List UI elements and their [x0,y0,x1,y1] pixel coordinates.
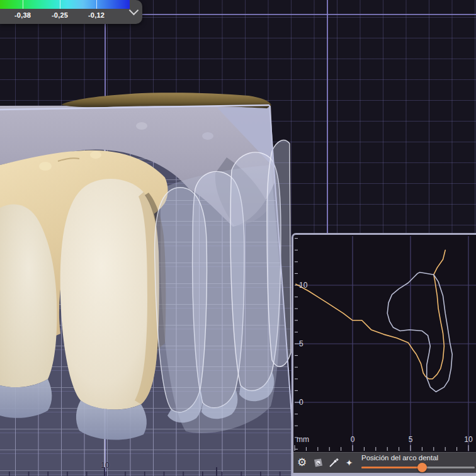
colorbar-tick [23,0,23,9]
chart-x-unit: mm [297,435,309,444]
gum-bump [202,132,213,140]
plane-ruler-ticks [0,470,291,476]
plane-view-icon[interactable] [310,455,325,470]
arch-position-slider[interactable] [361,467,475,468]
plane-ruler-major-tick [216,467,217,476]
app-window: 10 -0,38 -0,25 -0,12 05100510 mm ⚙ [0,0,476,476]
section-toolbar: ⚙ ✦ Posición del arco dent [293,452,476,473]
chevron-down-icon[interactable] [129,6,139,16]
plane-ruler-label: 10 [98,461,113,470]
gum-bump [39,162,52,171]
section-chart: 05100510 mm [293,235,476,452]
probe-glyph [328,458,339,468]
ghost-tooth [267,140,291,367]
colorbar-tick [96,0,97,9]
plane-view-glyph [312,458,324,468]
gum-bump [90,151,101,159]
move-glyph: ✦ [346,455,353,470]
probe-icon[interactable] [326,455,341,470]
gear-icon[interactable]: ⚙ [295,455,309,470]
slider-handle[interactable] [417,463,427,472]
section-chart-plot[interactable] [293,235,476,452]
gear-glyph: ⚙ [297,455,307,470]
slider-fill [361,467,422,468]
deviation-colorbar[interactable]: -0,38 -0,25 -0,12 [0,0,142,24]
colorbar-tick [60,0,60,9]
colorbar-gradient [0,0,130,9]
move-icon[interactable]: ✦ [342,455,356,470]
arch-position-block: Posición del arco dental [361,453,476,473]
chart-series-scan-section-profile [296,250,445,379]
colorbar-tick-label: -0,25 [46,11,74,19]
gum-bump [136,122,147,130]
arch-position-label: Posición del arco dental [361,454,438,462]
cross-section-panel: 05100510 mm ⚙ ✦ [292,233,476,476]
ghost-tooth-overlay [155,188,207,412]
colorbar-tick-label: -0,38 [9,11,37,19]
colorbar-tick-label: -0,12 [82,11,110,19]
